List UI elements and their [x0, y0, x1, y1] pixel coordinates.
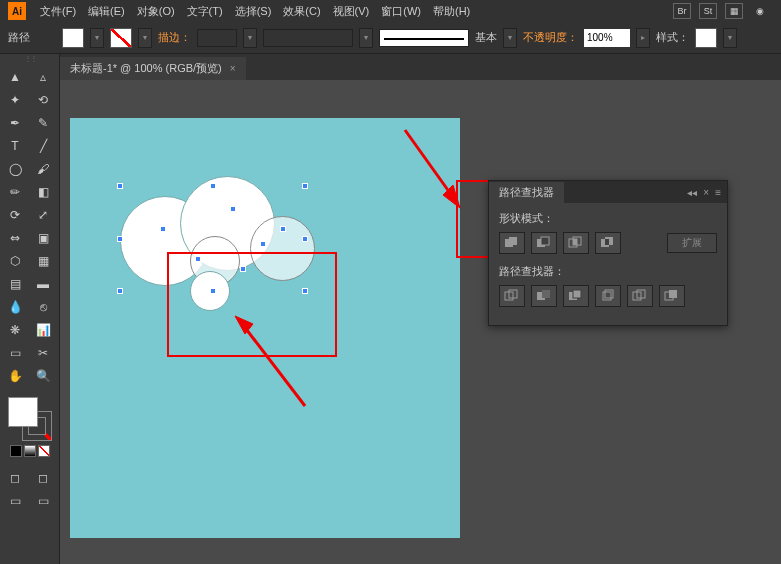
type-tool[interactable]: T	[2, 135, 28, 157]
none-mode-icon[interactable]	[38, 445, 50, 457]
scale-tool[interactable]: ⤢	[30, 204, 56, 226]
sync-icon[interactable]: ◉	[751, 3, 769, 19]
svg-rect-10	[573, 239, 577, 245]
hand-tool[interactable]: ✋	[2, 365, 28, 387]
fill-swatch[interactable]	[62, 28, 84, 48]
anchor-point[interactable]	[160, 226, 166, 232]
panel-tab-bar: 路径查找器 ◂◂ × ≡	[489, 181, 727, 203]
exclude-button[interactable]	[595, 232, 621, 254]
stroke-weight-dropdown[interactable]: ▾	[243, 28, 257, 48]
draw-mode-behind[interactable]: ◻	[30, 467, 56, 489]
free-transform-tool[interactable]: ▣	[30, 227, 56, 249]
variable-width-profile[interactable]	[263, 29, 353, 47]
selection-handle[interactable]	[302, 236, 308, 242]
panel-collapse-icon[interactable]: ◂◂	[687, 187, 697, 198]
panel-close-icon[interactable]: ×	[703, 187, 709, 198]
selection-handle[interactable]	[117, 288, 123, 294]
line-tool[interactable]: ╱	[30, 135, 56, 157]
brush-definition[interactable]	[379, 29, 469, 47]
ellipse-tool[interactable]: ◯	[2, 158, 28, 180]
perspective-tool[interactable]: ▦	[30, 250, 56, 272]
eyedropper-tool[interactable]: 💧	[2, 296, 28, 318]
selection-handle[interactable]	[210, 183, 216, 189]
width-tool[interactable]: ⇔	[2, 227, 28, 249]
crop-button[interactable]	[595, 285, 621, 307]
artboard-tool[interactable]: ▭	[2, 342, 28, 364]
opacity-input[interactable]: 100%	[584, 29, 630, 47]
blend-tool[interactable]: ⎋	[30, 296, 56, 318]
menu-help[interactable]: 帮助(H)	[427, 4, 476, 19]
menu-effect[interactable]: 效果(C)	[277, 4, 326, 19]
document-tab-close-icon[interactable]: ×	[230, 63, 236, 74]
toolbox-handle[interactable]	[0, 54, 59, 62]
bridge-icon[interactable]: Br	[673, 3, 691, 19]
menu-window[interactable]: 窗口(W)	[375, 4, 427, 19]
selection-handle[interactable]	[117, 236, 123, 242]
panel-tab-pathfinder[interactable]: 路径查找器	[489, 182, 564, 203]
trim-button[interactable]	[531, 285, 557, 307]
expand-button[interactable]: 扩展	[667, 233, 717, 253]
pen-tool[interactable]: ✒	[2, 112, 28, 134]
outline-button[interactable]	[627, 285, 653, 307]
symbol-sprayer-tool[interactable]: ❋	[2, 319, 28, 341]
slice-tool[interactable]: ✂	[30, 342, 56, 364]
draw-mode-normal[interactable]: ◻	[2, 467, 28, 489]
document-tab[interactable]: 未标题-1* @ 100% (RGB/预览) ×	[60, 57, 246, 80]
unite-button[interactable]	[499, 232, 525, 254]
magic-wand-tool[interactable]: ✦	[2, 89, 28, 111]
menu-view[interactable]: 视图(V)	[327, 4, 376, 19]
eraser-tool[interactable]: ◧	[30, 181, 56, 203]
curvature-tool[interactable]: ✎	[30, 112, 56, 134]
svg-rect-20	[603, 292, 611, 300]
selection-tool[interactable]: ▲	[2, 66, 28, 88]
profile-dropdown[interactable]: ▾	[359, 28, 373, 48]
minus-back-button[interactable]	[659, 285, 685, 307]
svg-marker-1	[235, 316, 253, 334]
anchor-point[interactable]	[260, 241, 266, 247]
gradient-mode-icon[interactable]	[24, 445, 36, 457]
pencil-tool[interactable]: ✏	[2, 181, 28, 203]
annotation-arrow	[225, 306, 315, 416]
merge-button[interactable]	[563, 285, 589, 307]
rotate-tool[interactable]: ⟳	[2, 204, 28, 226]
stroke-swatch[interactable]	[110, 28, 132, 48]
annotation-arrow	[395, 120, 475, 220]
brush-dropdown[interactable]: ▾	[503, 28, 517, 48]
intersect-button[interactable]	[563, 232, 589, 254]
control-bar: 路径 ▾ ▾ 描边： ▾ ▾ 基本 ▾ 不透明度： 100% ▸ 样式： ▾	[0, 22, 781, 54]
selection-handle[interactable]	[117, 183, 123, 189]
stock-icon[interactable]: St	[699, 3, 717, 19]
stroke-dropdown[interactable]: ▾	[138, 28, 152, 48]
screen-mode[interactable]: ▭	[2, 490, 28, 512]
menu-object[interactable]: 对象(O)	[131, 4, 181, 19]
style-swatch[interactable]	[695, 28, 717, 48]
anchor-point[interactable]	[230, 206, 236, 212]
gradient-tool[interactable]: ▬	[30, 273, 56, 295]
fill-color-box[interactable]	[8, 397, 38, 427]
lasso-tool[interactable]: ⟲	[30, 89, 56, 111]
arrange-icon[interactable]: ▦	[725, 3, 743, 19]
shape-builder-tool[interactable]: ⬡	[2, 250, 28, 272]
paintbrush-tool[interactable]: 🖌	[30, 158, 56, 180]
mesh-tool[interactable]: ▤	[2, 273, 28, 295]
opacity-dropdown[interactable]: ▸	[636, 28, 650, 48]
menu-select[interactable]: 选择(S)	[229, 4, 278, 19]
fill-dropdown[interactable]: ▾	[90, 28, 104, 48]
pathfinder-panel: 路径查找器 ◂◂ × ≡ 形状模式： 扩展 路径查找器：	[488, 180, 728, 326]
menu-file[interactable]: 文件(F)	[34, 4, 82, 19]
selection-handle[interactable]	[302, 183, 308, 189]
style-dropdown[interactable]: ▾	[723, 28, 737, 48]
zoom-tool[interactable]: 🔍	[30, 365, 56, 387]
color-mode-icon[interactable]	[10, 445, 22, 457]
stroke-weight-input[interactable]	[197, 29, 237, 47]
minus-front-button[interactable]	[531, 232, 557, 254]
pathfinders-label: 路径查找器：	[499, 264, 717, 279]
divide-button[interactable]	[499, 285, 525, 307]
screen-mode-2[interactable]: ▭	[30, 490, 56, 512]
menu-type[interactable]: 文字(T)	[181, 4, 229, 19]
column-graph-tool[interactable]: 📊	[30, 319, 56, 341]
panel-menu-icon[interactable]: ≡	[715, 187, 721, 198]
anchor-point[interactable]	[280, 226, 286, 232]
direct-selection-tool[interactable]: ▵	[30, 66, 56, 88]
menu-edit[interactable]: 编辑(E)	[82, 4, 131, 19]
